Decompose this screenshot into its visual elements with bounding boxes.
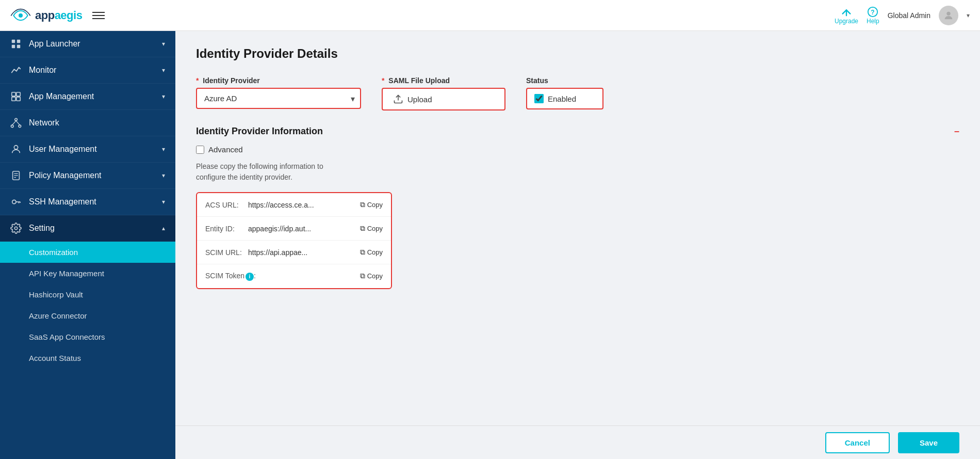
logo-icon [10, 8, 31, 23]
svg-point-14 [11, 125, 13, 128]
chevron-icon-policy-management: ▾ [162, 172, 165, 179]
help-icon: ? [867, 6, 878, 18]
sidebar-item-user-management[interactable]: User Management ▾ [0, 136, 175, 163]
avatar[interactable] [939, 6, 958, 25]
saml-file-upload-label: * SAML File Upload [382, 76, 505, 85]
logo-text: appaegis [35, 9, 82, 22]
sidebar-label-ssh-management: SSH Management [29, 197, 96, 207]
avatar-icon [943, 10, 954, 21]
sidebar-item-app-launcher[interactable]: App Launcher ▾ [0, 31, 175, 57]
status-label: Status [526, 76, 603, 85]
scim-url-copy-button[interactable]: ⧉ Copy [360, 248, 383, 257]
info-header: Identity Provider Information – [196, 126, 959, 137]
sidebar-label-network: Network [29, 118, 59, 128]
upgrade-button[interactable]: Upgrade [835, 6, 858, 25]
collapse-button[interactable]: – [954, 126, 959, 137]
svg-rect-8 [17, 45, 20, 48]
header-left: appaegis [10, 8, 105, 23]
apps-icon [10, 91, 22, 102]
svg-point-18 [14, 146, 18, 149]
form-section: * Identity Provider Azure AD Okta OneLog… [196, 76, 959, 289]
scim-token-key: SCIM Tokeni: [205, 272, 256, 281]
sidebar-sub-item-hashicorp-vault[interactable]: Hashicorp Vault [0, 284, 175, 305]
help-button[interactable]: ? Help [867, 6, 879, 25]
status-field: Status Enabled [526, 76, 603, 109]
svg-text:?: ? [871, 8, 875, 15]
svg-point-4 [946, 11, 950, 15]
advanced-row: Advanced [196, 145, 959, 154]
svg-rect-10 [17, 92, 20, 96]
header: appaegis Upgrade ? Help Global Admin [0, 0, 980, 31]
svg-rect-12 [17, 97, 20, 101]
svg-rect-11 [12, 97, 15, 101]
sidebar-sub-item-saas-app-connectors[interactable]: SaaS App Connectors [0, 326, 175, 347]
svg-line-17 [16, 121, 20, 125]
advanced-label: Advanced [208, 145, 243, 154]
entity-id-copy-button[interactable]: ⧉ Copy [360, 224, 383, 233]
acs-url-row: ACS URL: https://access.ce.a... ⧉ Copy [197, 193, 391, 217]
info-section-title: Identity Provider Information [196, 126, 323, 137]
sidebar: App Launcher ▾ Monitor ▾ [0, 31, 175, 459]
scim-url-row: SCIM URL: https://api.appae... ⧉ Copy [197, 241, 391, 264]
chevron-icon-user-management: ▾ [162, 146, 165, 153]
entity-id-value: appaegis://idp.aut... [248, 225, 356, 233]
hamburger-menu[interactable] [92, 12, 105, 19]
identity-provider-label: * Identity Provider [196, 76, 361, 85]
sidebar-sub-item-api-key-management[interactable]: API Key Management [0, 263, 175, 284]
sidebar-label-user-management: User Management [29, 145, 97, 154]
account-chevron[interactable]: ▾ [967, 12, 970, 19]
scim-token-row: SCIM Tokeni: ⧉ Copy [197, 264, 391, 288]
sidebar-sub-item-azure-connector[interactable]: Azure Connector [0, 305, 175, 326]
sidebar-label-app-management: App Management [29, 92, 94, 101]
chevron-icon-app-management: ▾ [162, 93, 165, 100]
sidebar-item-network[interactable]: Network [0, 110, 175, 136]
sidebar-item-policy-management[interactable]: Policy Management ▾ [0, 163, 175, 189]
identity-provider-field: * Identity Provider Azure AD Okta OneLog… [196, 76, 361, 109]
page-title: Identity Provider Details [196, 46, 959, 61]
svg-point-27 [14, 227, 18, 230]
svg-point-13 [15, 118, 18, 121]
sidebar-sub-item-account-status[interactable]: Account Status [0, 347, 175, 369]
upload-button-label: Upload [407, 95, 432, 104]
advanced-checkbox[interactable] [196, 146, 204, 154]
chevron-icon-app-launcher: ▾ [162, 40, 165, 48]
cancel-button[interactable]: Cancel [825, 432, 890, 453]
copy-icon-scim-url: ⧉ [360, 248, 365, 257]
sidebar-item-monitor[interactable]: Monitor ▾ [0, 57, 175, 84]
help-label: Help [867, 18, 879, 25]
svg-rect-6 [17, 40, 20, 43]
sidebar-item-app-management[interactable]: App Management ▾ [0, 84, 175, 110]
info-section: Identity Provider Information – Advanced… [196, 126, 959, 289]
user-icon [10, 144, 22, 155]
acs-url-copy-button[interactable]: ⧉ Copy [360, 200, 383, 209]
identity-provider-select[interactable]: Azure AD Okta OneLogin Google [196, 88, 361, 109]
svg-rect-7 [12, 45, 15, 48]
upgrade-icon [841, 6, 852, 18]
sidebar-label-app-launcher: App Launcher [29, 39, 80, 49]
sidebar-sub-item-customization[interactable]: Customization [0, 242, 175, 263]
identity-provider-select-wrapper: Azure AD Okta OneLogin Google ▾ [196, 88, 361, 109]
logo: appaegis [10, 8, 82, 23]
scim-token-copy-button[interactable]: ⧉ Copy [360, 272, 383, 280]
sidebar-item-ssh-management[interactable]: SSH Management ▾ [0, 189, 175, 215]
svg-point-23 [12, 200, 16, 203]
chevron-icon-setting: ▴ [162, 225, 165, 232]
status-checkbox[interactable] [534, 94, 544, 103]
sidebar-item-setting[interactable]: Setting ▴ [0, 215, 175, 242]
info-description: Please copy the following information to… [196, 161, 959, 183]
svg-rect-5 [12, 40, 15, 43]
logo-accent: aegis [55, 9, 83, 22]
header-right: Upgrade ? Help Global Admin ▾ [835, 6, 970, 25]
status-checkbox-row: Enabled [526, 88, 603, 109]
main-content: Identity Provider Details * Identity Pro… [175, 31, 980, 425]
gear-icon [10, 223, 22, 234]
key-icon [10, 196, 22, 208]
scim-url-key: SCIM URL: [205, 248, 244, 257]
save-button[interactable]: Save [898, 432, 959, 453]
content-wrapper: Identity Provider Details * Identity Pro… [175, 31, 980, 459]
form-row-1: * Identity Provider Azure AD Okta OneLog… [196, 76, 959, 110]
upload-button[interactable]: Upload [382, 88, 505, 110]
svg-rect-9 [12, 92, 15, 96]
network-icon [10, 117, 22, 129]
status-enabled-text: Enabled [548, 94, 576, 103]
